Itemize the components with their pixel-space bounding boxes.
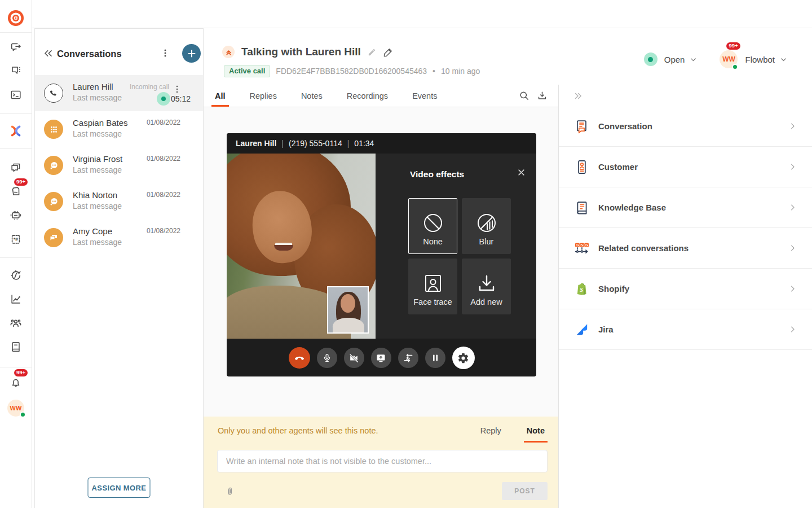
tab-note[interactable]: Note xyxy=(524,424,548,443)
meta-separator: • xyxy=(433,67,435,76)
contact-name: Khia Norton xyxy=(73,190,117,200)
rail-divider xyxy=(0,367,32,367)
last-message-label: Last message xyxy=(73,202,122,211)
call-duration: 05:12 xyxy=(171,94,191,103)
call-controls xyxy=(227,339,536,376)
chevron-right-icon xyxy=(788,122,797,130)
user-avatar[interactable]: WW xyxy=(4,397,28,419)
conversation-list-item[interactable]: Khia Norton 01/08/2022 Last message xyxy=(35,183,203,220)
effect-none-tile[interactable]: None xyxy=(408,198,457,254)
search-icon[interactable] xyxy=(519,90,529,101)
assignee-avatar: WW 99+ xyxy=(720,50,738,68)
tab-recordings[interactable]: Recordings xyxy=(343,85,391,107)
post-note-button[interactable]: POST xyxy=(502,482,548,500)
tickets-inbox-icon[interactable]: 99+ xyxy=(4,181,28,203)
sidebar-item-customer[interactable]: Customer xyxy=(559,147,812,187)
status-dropdown[interactable]: Open xyxy=(644,52,698,66)
panel-menu-icon[interactable] xyxy=(158,45,172,61)
team-icon[interactable] xyxy=(4,312,28,334)
details-sidebar: Conversation Customer Knowledge Base xyxy=(558,85,812,508)
contact-name: Virginia Frost xyxy=(73,154,122,164)
row-menu-icon[interactable] xyxy=(174,84,180,94)
rail-divider xyxy=(0,257,32,258)
assign-more-button[interactable]: ASSIGN MORE xyxy=(88,478,151,498)
conversation-list-item[interactable]: Virginia Frost 01/08/2022 Last message xyxy=(35,147,203,183)
contact-name: Lauren Hill xyxy=(73,82,113,91)
last-message-label: Last message xyxy=(73,93,122,102)
attachment-icon[interactable] xyxy=(225,485,235,497)
edit-title-icon[interactable] xyxy=(368,48,376,56)
effect-add-new-tile[interactable]: Add new xyxy=(462,259,511,314)
settings-button[interactable] xyxy=(452,347,475,369)
chatbot-icon[interactable] xyxy=(4,204,28,226)
conversation-list-item[interactable]: Caspian Bates 01/08/2022 Last message xyxy=(35,111,203,147)
conversation-list-item[interactable]: Lauren Hill Incoming call Last message 0… xyxy=(35,75,203,111)
terminal-icon[interactable] xyxy=(4,84,28,106)
note-input[interactable] xyxy=(217,450,548,472)
conversation-date: 01/08/2022 xyxy=(147,155,180,163)
assignee-dropdown[interactable]: WW 99+ Flowbot xyxy=(720,50,787,68)
brand-logo-icon[interactable] xyxy=(4,7,28,29)
mute-button[interactable] xyxy=(317,348,337,368)
collapse-panel-icon[interactable] xyxy=(40,45,56,61)
time-ago: 10 min ago xyxy=(441,67,480,76)
chats-duplicate-icon[interactable] xyxy=(4,156,28,179)
contact-name: Caspian Bates xyxy=(73,118,128,128)
conversation-tabs: All Replies Notes Recordings Events xyxy=(204,85,558,107)
chevron-down-icon xyxy=(690,56,697,63)
sidebar-item-shopify[interactable]: S Shopify xyxy=(559,269,812,309)
chat-avatar-icon xyxy=(44,192,63,211)
conversation-list-item[interactable]: Amy Cope 01/08/2022 Last message xyxy=(35,220,203,256)
close-icon[interactable] xyxy=(517,168,526,177)
collapse-sidebar-icon[interactable] xyxy=(571,89,585,103)
last-message-label: Last message xyxy=(73,238,122,247)
camera-off-button[interactable] xyxy=(344,348,364,368)
rail-divider xyxy=(0,148,32,149)
x-workspace-icon[interactable] xyxy=(4,120,28,142)
notifications-bell-icon[interactable]: 99+ xyxy=(4,371,28,394)
sidebar-item-related-conversations[interactable]: Related conversations xyxy=(559,228,812,269)
sidebar-item-jira[interactable]: Jira xyxy=(559,309,812,350)
conversations-panel: Conversations Lauren Hill Incoming call … xyxy=(34,28,204,508)
tab-reply[interactable]: Reply xyxy=(478,424,504,443)
customer-details-icon xyxy=(573,159,590,176)
sidebar-item-conversation[interactable]: Conversation xyxy=(559,106,812,147)
automation-icon[interactable] xyxy=(4,264,28,287)
tab-all[interactable]: All xyxy=(211,85,229,107)
reports-chart-icon[interactable] xyxy=(4,288,28,310)
tab-events[interactable]: Events xyxy=(409,85,440,107)
effect-blur-tile[interactable]: Blur xyxy=(462,198,511,254)
assignee-online-dot xyxy=(732,64,738,70)
chat-options-icon[interactable] xyxy=(4,59,28,82)
download-icon[interactable] xyxy=(537,90,548,101)
knowledge-book-icon[interactable] xyxy=(4,335,28,358)
chevron-right-icon xyxy=(788,163,797,171)
chat-send-icon[interactable] xyxy=(4,36,28,59)
tab-notes[interactable]: Notes xyxy=(298,85,326,107)
call-status-dot xyxy=(157,92,170,106)
sidebar-item-knowledge-base[interactable]: Knowledge Base xyxy=(559,187,812,228)
call-status: Incoming call xyxy=(130,83,169,91)
hang-up-button[interactable] xyxy=(289,347,310,369)
transfer-call-button[interactable] xyxy=(398,348,418,368)
related-conversations-icon xyxy=(573,240,590,257)
hold-button[interactable] xyxy=(425,348,445,368)
screen-share-button[interactable] xyxy=(371,348,391,368)
contact-name: Amy Cope xyxy=(73,226,112,236)
call-info-bar: Lauren Hill | (219) 555-0114 | 01:34 xyxy=(227,133,536,154)
conversation-date: 01/08/2022 xyxy=(147,119,180,126)
jira-icon xyxy=(573,321,590,338)
caller-name: Lauren Hill xyxy=(236,139,276,148)
new-conversation-button[interactable] xyxy=(182,44,201,63)
edit-pen-icon[interactable] xyxy=(383,47,394,58)
conversations-header: Conversations xyxy=(35,29,203,75)
video-call-widget: Lauren Hill | (219) 555-0114 | 01:34 Vid… xyxy=(227,133,536,376)
effect-face-trace-tile[interactable]: Face trace xyxy=(408,259,457,314)
tab-replies[interactable]: Replies xyxy=(246,85,280,107)
caller-phone: (219) 555-0114 xyxy=(289,139,342,148)
bell-badge: 99+ xyxy=(14,369,28,376)
effects-title: Video effects xyxy=(410,169,464,179)
chevron-down-icon xyxy=(780,56,787,63)
conversation-header: Talking with Lauren Hill Active call FDD… xyxy=(204,28,812,85)
dialpad-phone-icon[interactable]: *# xyxy=(4,228,28,251)
